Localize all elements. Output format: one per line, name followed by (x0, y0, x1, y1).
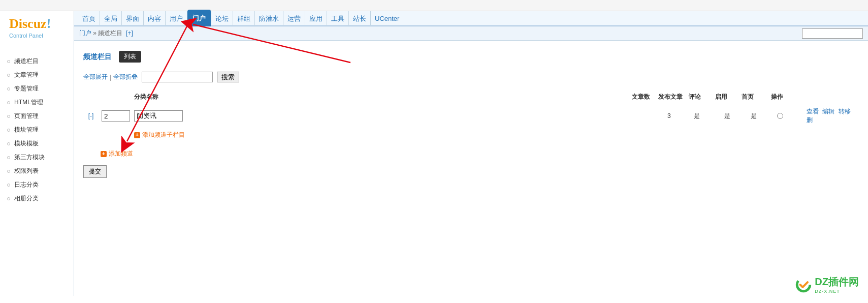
bullet-icon (7, 184, 10, 187)
nav-ucenter[interactable]: UCenter (371, 11, 403, 26)
content: 频道栏目 列表 全部展开 | 全部折叠 搜索 分类名称 文章数 发布文章 评论 … (74, 42, 868, 296)
cell-articles: 3 (667, 112, 694, 119)
nav-user[interactable]: 用户 (166, 11, 187, 26)
sidebar-item-block[interactable]: 模块管理 (7, 123, 74, 137)
watermark-logo-icon (795, 277, 812, 293)
nav-tools[interactable]: 工具 (327, 11, 349, 26)
add-sub-channel-link[interactable]: +添加频道子栏目 (134, 131, 185, 138)
nav-home[interactable]: 首页 (78, 11, 100, 26)
sidebar-item-permission[interactable]: 权限列表 (7, 164, 74, 178)
browser-bookmark-bar (0, 0, 868, 11)
name-input[interactable] (134, 110, 183, 122)
sidebar-item-logcat[interactable]: 日志分类 (7, 178, 74, 192)
table-row: [-] 3 是 是 是 查看 编辑 转移 删 (83, 104, 863, 128)
main-layout: 频道栏目 文章管理 专题管理 HTML管理 页面管理 模块管理 模块模板 第三方… (0, 42, 868, 296)
collapse-all-link[interactable]: 全部折叠 (113, 73, 138, 81)
logo-main: Discuz (9, 16, 47, 31)
bullet-icon (7, 129, 10, 132)
submit-button[interactable]: 提交 (83, 165, 107, 178)
cell-operate: 查看 编辑 转移 删 (803, 107, 854, 125)
nav-app[interactable]: 应用 (305, 11, 327, 26)
svg-point-2 (797, 278, 811, 291)
bullet-icon (7, 115, 10, 118)
bullet-icon (7, 60, 10, 63)
list-button[interactable]: 列表 (119, 51, 141, 63)
sidebar-item-thirdparty[interactable]: 第三方模块 (7, 150, 74, 164)
header-operate: 操作 (768, 93, 819, 101)
logo: Discuz! (9, 16, 74, 32)
op-view-link[interactable]: 查看 (807, 108, 819, 115)
radio-icon[interactable] (777, 113, 783, 119)
nav-global[interactable]: 全局 (100, 11, 122, 26)
op-edit-link[interactable]: 编辑 (822, 108, 834, 115)
bullet-icon (7, 101, 10, 104)
separator: | (110, 74, 111, 81)
cell-publish: 是 (694, 112, 724, 120)
sidebar-item-article[interactable]: 文章管理 (7, 68, 74, 82)
page-title-row: 频道栏目 列表 (83, 51, 863, 63)
sidebar-item-html[interactable]: HTML管理 (7, 96, 74, 109)
logo-area: Discuz! Control Panel (0, 11, 74, 42)
cell-enable: 是 (751, 112, 777, 120)
breadcrumb-root[interactable]: 门户 (79, 29, 91, 37)
watermark: DZ插件网 DZ-X.NET (795, 275, 859, 294)
page-title: 频道栏目 (83, 52, 112, 62)
expand-row: 全部展开 | 全部折叠 搜索 (83, 72, 863, 82)
add-channel-link[interactable]: +添加频道 (101, 150, 133, 157)
sidebar-item-albumcat[interactable]: 相册分类 (7, 192, 74, 205)
sidebar-item-channel[interactable]: 频道栏目 (7, 54, 74, 68)
search-button[interactable]: 搜索 (217, 72, 239, 82)
op-move-link[interactable]: 转移 (839, 108, 851, 115)
sidebar-item-label: 日志分类 (14, 180, 39, 189)
bullet-icon (7, 170, 10, 173)
breadcrumb: 门户 » 频道栏目 [+] (79, 29, 133, 38)
nav-forum[interactable]: 论坛 (211, 11, 233, 26)
nav-portal[interactable]: 门户 (187, 10, 211, 26)
add-sub-row: +添加频道子栏目 (83, 128, 863, 142)
breadcrumb-current: 频道栏目 (98, 29, 122, 37)
header-home: 首页 (742, 93, 768, 101)
cell-comment: 是 (724, 112, 751, 120)
nav-antispam[interactable]: 防灌水 (255, 11, 283, 26)
nav-content[interactable]: 内容 (144, 11, 166, 26)
op-delete-link[interactable]: 删 (807, 116, 813, 124)
bullet-icon (7, 87, 10, 90)
header-articles: 文章数 (632, 93, 658, 101)
header-publish: 发布文章 (658, 93, 689, 101)
bullet-icon (7, 74, 10, 77)
sidebar-item-label: 频道栏目 (14, 57, 39, 66)
sidebar-item-label: 模块管理 (14, 126, 39, 134)
watermark-brand: DZ插件网 (815, 275, 859, 289)
sidebar-item-label: 第三方模块 (14, 153, 45, 162)
logo-excl: ! (47, 16, 51, 31)
plus-icon: + (134, 132, 140, 138)
sidebar-item-label: 相册分类 (14, 194, 39, 203)
add-channel-row: +添加频道 (83, 142, 863, 165)
logo-subtitle: Control Panel (9, 33, 74, 39)
sidebar-item-label: 专题管理 (14, 84, 39, 93)
header-name: 分类名称 (83, 93, 632, 101)
nav-founder[interactable]: 站长 (349, 11, 371, 26)
sidebar-item-label: HTML管理 (14, 98, 43, 107)
nav-group[interactable]: 群组 (233, 11, 255, 26)
main-nav: 首页 全局 界面 内容 用户 门户 论坛 群组 防灌水 运营 应用 工具 站长 … (74, 11, 868, 26)
add-sub-label: 添加频道子栏目 (142, 131, 185, 138)
breadcrumb-plus[interactable]: [+] (126, 29, 133, 37)
nav-operation[interactable]: 运营 (283, 11, 305, 26)
cell-home (777, 113, 803, 119)
top-search-input[interactable] (802, 28, 863, 39)
filter-input[interactable] (142, 72, 213, 82)
breadcrumb-sep: » (93, 29, 97, 37)
plus-icon: + (101, 151, 107, 157)
bullet-icon (7, 142, 10, 145)
sidebar-item-topic[interactable]: 专题管理 (7, 82, 74, 96)
order-input[interactable] (102, 110, 130, 122)
header-enable: 启用 (715, 93, 742, 101)
expand-all-link[interactable]: 全部展开 (83, 73, 108, 81)
bullet-icon (7, 156, 10, 159)
sidebar-item-blocktpl[interactable]: 模块模板 (7, 137, 74, 150)
header-comment: 评论 (689, 93, 715, 101)
nav-interface[interactable]: 界面 (122, 11, 144, 26)
sidebar-item-page[interactable]: 页面管理 (7, 109, 74, 123)
row-toggle[interactable]: [-] (83, 112, 99, 119)
